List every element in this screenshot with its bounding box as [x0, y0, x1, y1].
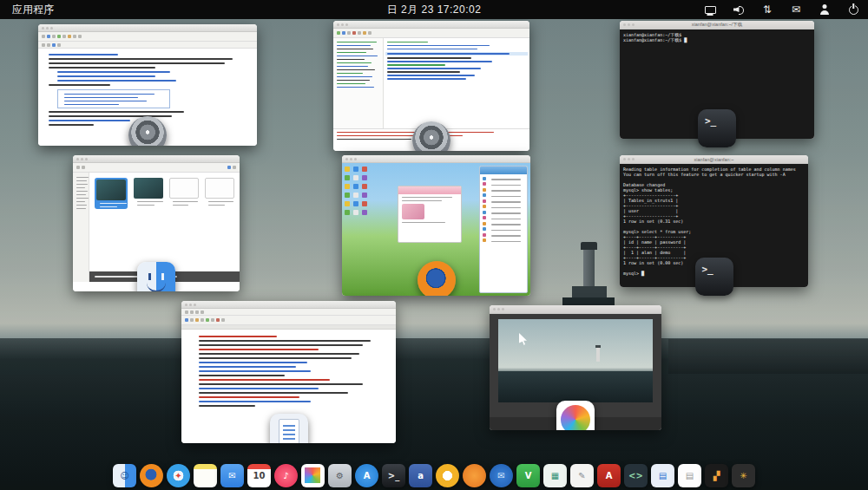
dock-item-software[interactable] — [463, 464, 486, 487]
file-thumbnail — [134, 178, 163, 209]
dock-item-files[interactable]: ☺ — [113, 464, 136, 487]
dock-item-app-store[interactable]: A — [355, 464, 378, 487]
dock-item-music[interactable]: ♪ — [274, 464, 298, 487]
dock-item-terminal[interactable]: >_ — [382, 464, 405, 487]
user-icon[interactable] — [817, 0, 832, 19]
app-icon-firefox — [418, 261, 456, 296]
file-thumbnail — [205, 178, 234, 209]
photo-lighthouse — [498, 319, 653, 402]
app-icon-terminal — [695, 258, 733, 296]
window-thumbnail-ide[interactable] — [333, 21, 529, 151]
app-icon-terminal — [698, 109, 736, 147]
window-titlebar: xianfan@xianfan:~/下载 — [620, 21, 814, 29]
window-thumbnail-photo-viewer[interactable] — [490, 305, 661, 430]
window-thumbnail-files[interactable] — [73, 155, 240, 291]
dock-item-preferences[interactable]: ⚙ — [328, 464, 352, 487]
document-content — [38, 32, 257, 146]
files-content — [73, 163, 240, 291]
window-titlebar — [73, 155, 240, 163]
file-thumbnail-selected — [95, 178, 128, 209]
app-icon-photos — [556, 401, 595, 430]
window-thumbnail-terminal[interactable]: xianfan@xianfan:~/下载 xianfan@xianfan:~/下… — [620, 21, 814, 139]
system-tray: ⇅✉ — [702, 0, 861, 19]
terminal-line: xianfan@xianfan:~/下载$ █ — [623, 37, 811, 42]
app-icon-files — [137, 262, 175, 291]
volume-icon[interactable] — [731, 0, 746, 19]
dock-item-calendar[interactable]: 10 — [247, 464, 271, 487]
dock-item-mail[interactable]: ✉ — [220, 464, 244, 487]
file-thumbnail — [169, 178, 199, 209]
network-traffic-icon[interactable]: ⇅ — [760, 0, 775, 19]
gnome-activities-overview: 应用程序 日 2月 23 17:20:02 ⇅✉ — [0, 0, 868, 490]
dock-item-writer-docs[interactable]: ▤ — [651, 464, 674, 487]
remote-desktop-content — [342, 163, 530, 296]
window-thumbnail-document[interactable] — [38, 24, 257, 146]
dock-item-photos[interactable] — [301, 464, 325, 487]
ide-content — [333, 29, 529, 151]
window-thumbnail-terminal-mysql[interactable]: xianfan@xianfan:~ Reading table informat… — [620, 155, 808, 287]
applications-menu[interactable]: 应用程序 — [0, 0, 66, 19]
dock-item-web-browser[interactable]: ✦ — [167, 464, 190, 487]
dock: ☺✦✉10♪⚙A>_a✉V▦✎A<>▤▤▞✳ — [113, 464, 755, 487]
dock-item-spreadsheet[interactable]: ▦ — [543, 464, 567, 487]
dock-item-pdf-reader[interactable]: A — [597, 464, 621, 487]
desktop-icons-grid — [345, 167, 367, 215]
window-titlebar — [333, 21, 529, 29]
display-icon[interactable] — [702, 0, 718, 19]
power-icon[interactable] — [845, 0, 861, 19]
contact-list-panel — [479, 166, 528, 293]
dock-item-text-editor[interactable]: ▤ — [678, 464, 701, 487]
dock-item-ide-dark[interactable]: <> — [624, 464, 648, 487]
terminal-line: You can turn off this feature to get a q… — [623, 172, 805, 177]
dock-item-thunderbird[interactable]: ✉ — [490, 464, 513, 487]
dock-item-firefox[interactable] — [140, 464, 163, 487]
clock[interactable]: 日 2月 23 17:20:02 — [387, 3, 482, 17]
writer-content — [181, 309, 396, 443]
dock-item-dictionary[interactable]: a — [409, 464, 432, 487]
dock-item-contacts-editor[interactable]: ✎ — [570, 464, 594, 487]
photo-viewer-content — [490, 314, 661, 430]
top-bar: 应用程序 日 2月 23 17:20:02 ⇅✉ — [0, 0, 868, 19]
chat-window — [398, 186, 462, 243]
dock-item-video-app[interactable]: V — [516, 464, 540, 487]
window-thumbnail-writer[interactable] — [181, 301, 396, 443]
window-titlebar: xianfan@xianfan:~ — [620, 155, 808, 164]
window-thumbnail-remote-desktop[interactable] — [342, 155, 530, 296]
window-titlebar — [490, 305, 661, 314]
dock-item-retro-game[interactable]: ▞ — [705, 464, 728, 487]
window-titlebar — [342, 155, 530, 163]
mail-icon[interactable]: ✉ — [788, 0, 804, 19]
window-titlebar — [181, 301, 396, 309]
window-titlebar — [38, 24, 257, 32]
dock-item-graphics-editor[interactable]: ✳ — [732, 464, 755, 487]
dock-item-chromium[interactable] — [436, 464, 459, 487]
dock-item-notes[interactable] — [194, 464, 217, 487]
app-icon-writer — [270, 414, 308, 443]
